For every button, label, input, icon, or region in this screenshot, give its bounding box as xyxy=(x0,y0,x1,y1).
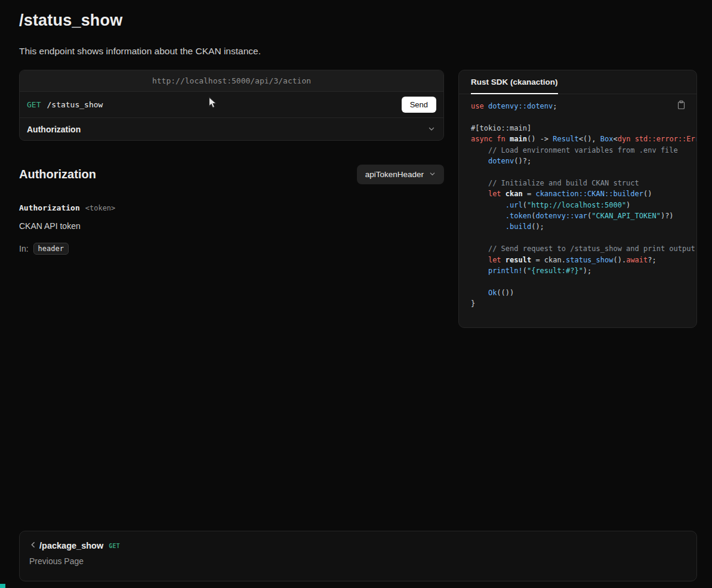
clipboard-icon xyxy=(677,103,686,112)
code-line: .url("http://localhost:5000") xyxy=(471,200,696,211)
previous-page-link[interactable]: /package_show GET Previous Page xyxy=(19,531,697,581)
authorization-section-header: Authorization apiTokenHeader xyxy=(19,165,444,184)
tab-rust-sdk[interactable]: Rust SDK (ckanaction) xyxy=(471,70,558,94)
code-line: async fn main() -> Result<(), Box<dyn st… xyxy=(471,134,696,144)
endpoint-path: /status_show xyxy=(47,100,103,109)
chevron-down-icon xyxy=(428,124,435,135)
copy-button[interactable] xyxy=(675,98,688,114)
auth-param-name: Authorization xyxy=(19,203,80,212)
previous-page-method: GET xyxy=(109,543,120,549)
code-line: Ok(()) xyxy=(471,287,696,298)
main-columns: http://localhost:5000/api/3/action GET /… xyxy=(19,70,697,328)
in-value-badge: header xyxy=(33,243,69,255)
left-column: http://localhost:5000/api/3/action GET /… xyxy=(19,70,444,255)
chevron-left-icon xyxy=(29,540,37,551)
request-row: GET /status_show Send xyxy=(20,92,443,117)
code-line: #[tokio::main] xyxy=(471,123,696,134)
code-line: // Load environment variables from .env … xyxy=(471,145,696,156)
code-line: // Initialize and build CKAN struct xyxy=(471,178,696,188)
right-column: Rust SDK (ckanaction) use dotenvy::doten… xyxy=(458,70,697,328)
base-url: http://localhost:5000/api/3/action xyxy=(152,76,311,85)
code-line: .token(dotenvy::var("CKAN_API_TOKEN")?) xyxy=(471,211,696,221)
previous-page-top-row: /package_show GET xyxy=(29,540,687,551)
code-line xyxy=(471,277,696,287)
code-line: // Send request to /status_show and prin… xyxy=(471,243,696,254)
code-line: .build(); xyxy=(471,221,696,232)
auth-param-type: <token> xyxy=(85,204,116,212)
code-line: let result = ckan.status_show().await?; xyxy=(471,255,696,265)
code-line: dotenv()?; xyxy=(471,156,696,166)
code-tabbar: Rust SDK (ckanaction) xyxy=(459,70,696,94)
code-line: } xyxy=(471,298,696,309)
previous-page-title: /package_show xyxy=(39,541,103,550)
code-line: let ckan = ckanaction::CKAN::builder() xyxy=(471,188,696,199)
page-description: This endpoint shows information about th… xyxy=(19,45,697,57)
send-button[interactable]: Send xyxy=(402,97,436,113)
auth-param-description: CKAN API token xyxy=(19,221,444,231)
code-line xyxy=(471,233,696,243)
code-line xyxy=(471,112,696,122)
code-sample-card: Rust SDK (ckanaction) use dotenvy::doten… xyxy=(458,70,697,328)
http-method: GET xyxy=(27,100,41,109)
previous-page-label: Previous Page xyxy=(29,556,687,566)
code-block: use dotenvy::dotenv; #[tokio::main]async… xyxy=(459,94,696,310)
code-line: use dotenvy::dotenv; xyxy=(471,101,696,112)
authorization-collapse-row[interactable]: Authorization xyxy=(20,117,443,140)
base-url-bar: http://localhost:5000/api/3/action xyxy=(20,70,443,92)
page-title: /status_show xyxy=(19,11,697,30)
auth-parameter: Authorization <token> xyxy=(19,203,444,212)
page-content: /status_show This endpoint shows informa… xyxy=(0,0,712,328)
dev-indicator xyxy=(0,584,5,588)
auth-scheme-dropdown[interactable]: apiTokenHeader xyxy=(357,165,444,184)
auth-param-location: In: header xyxy=(19,243,444,255)
authorization-row-label: Authorization xyxy=(27,125,81,134)
chevron-down-icon xyxy=(429,170,436,179)
api-playground-card: http://localhost:5000/api/3/action GET /… xyxy=(19,70,444,141)
authorization-heading: Authorization xyxy=(19,168,96,181)
code-line: println!("{result:#?}"); xyxy=(471,265,696,276)
code-line xyxy=(471,166,696,177)
auth-scheme-value: apiTokenHeader xyxy=(365,170,424,179)
in-label: In: xyxy=(19,244,29,253)
